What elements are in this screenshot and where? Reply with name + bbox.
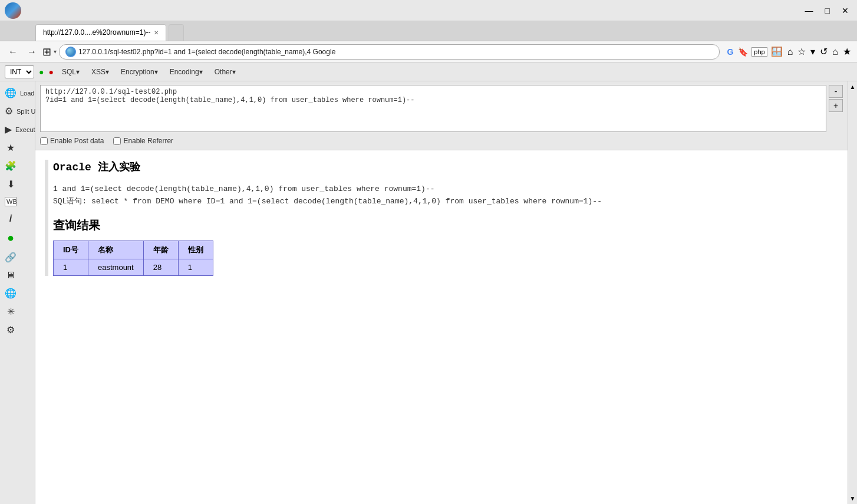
sidebar-info[interactable]: i bbox=[0, 210, 35, 228]
sidebar-settings[interactable]: ⚙ bbox=[0, 321, 35, 339]
star-sidebar-icon: ★ bbox=[5, 142, 17, 153]
result-table: ID号名称年龄性别 1eastmount281 bbox=[53, 241, 213, 276]
wb-icon: WB bbox=[5, 197, 17, 206]
content-area: - + Enable Post data Enable Referrer bbox=[35, 81, 848, 504]
sun-icon: ✳ bbox=[5, 306, 17, 317]
left-accent bbox=[45, 160, 48, 276]
sidebar-wb[interactable]: WB bbox=[0, 193, 35, 210]
other-menu[interactable]: Other▾ bbox=[211, 67, 239, 77]
settings-icon: ⚙ bbox=[5, 324, 17, 335]
php-icon[interactable]: php bbox=[751, 47, 767, 57]
page-content: Oracle 注入实验 1 and 1=(select decode(lengt… bbox=[35, 150, 848, 504]
table-header-cell: 性别 bbox=[178, 241, 213, 259]
scroll-up-arrow[interactable]: ▲ bbox=[850, 84, 856, 90]
int-select[interactable]: INT bbox=[5, 65, 34, 78]
sidebar-chain[interactable]: 🔗 bbox=[0, 248, 35, 266]
google-icon[interactable]: G bbox=[726, 46, 734, 58]
toolbar-icon-1[interactable]: 🔖 bbox=[737, 46, 749, 58]
table-header-row: ID号名称年龄性别 bbox=[54, 241, 213, 259]
tab-close-button[interactable]: ✕ bbox=[154, 29, 159, 36]
title-bar-left bbox=[5, 2, 21, 19]
sidebar-puzzle[interactable]: 🧩 bbox=[0, 157, 35, 175]
checkbox-row: Enable Post data Enable Referrer bbox=[40, 136, 843, 146]
table-cell: 1 bbox=[178, 259, 213, 275]
table-header-cell: ID号 bbox=[54, 241, 88, 259]
globe2-icon: 🌐 bbox=[5, 288, 17, 299]
windows-icon[interactable]: 🪟 bbox=[770, 45, 784, 58]
load-url-icon: 🌐 bbox=[5, 87, 17, 98]
url-textarea[interactable] bbox=[40, 85, 826, 132]
enable-post-label[interactable]: Enable Post data bbox=[40, 137, 104, 145]
execute-item[interactable]: ▶ Execute bbox=[0, 120, 35, 139]
sidebar-star[interactable]: ★ bbox=[0, 139, 35, 157]
tab-area: http://127.0.0....e%20rownum=1)-- ✕ bbox=[0, 21, 857, 41]
sql-query-text: SQL语句: select * from DEMO where ID=1 and… bbox=[53, 196, 838, 208]
toolbar-icons: G 🔖 php 🪟 ⌂ ☆ ▾ ↺ ⌂ ★ bbox=[726, 45, 852, 58]
chain-icon: 🔗 bbox=[5, 252, 17, 263]
url-side-buttons: - + bbox=[829, 85, 843, 132]
xss-menu[interactable]: XSS▾ bbox=[88, 67, 113, 77]
address-text: 127.0.0.1/sql-test02.php?id=1 and 1=(sel… bbox=[78, 48, 713, 56]
new-tab[interactable] bbox=[169, 24, 184, 41]
home-icon[interactable]: ⌂ bbox=[831, 45, 839, 58]
table-header: ID号名称年龄性别 bbox=[54, 241, 213, 259]
sidebar-sun[interactable]: ✳ bbox=[0, 302, 35, 321]
table-cell: eastmount bbox=[88, 259, 144, 275]
sql-menu[interactable]: SQL▾ bbox=[58, 67, 83, 77]
scroll-down-arrow[interactable]: ▼ bbox=[850, 495, 856, 502]
url-plus-button[interactable]: + bbox=[829, 99, 843, 112]
title-controls: — □ ✕ bbox=[802, 5, 852, 17]
red-indicator: ● bbox=[48, 67, 53, 77]
address-bar[interactable]: 127.0.0.1/sql-test02.php?id=1 and 1=(sel… bbox=[59, 44, 720, 60]
enable-referrer-label[interactable]: Enable Referrer bbox=[113, 137, 173, 145]
down-arrow-icon: ⬇ bbox=[5, 179, 17, 190]
forward-button[interactable]: → bbox=[24, 44, 40, 60]
enable-referrer-checkbox[interactable] bbox=[113, 137, 121, 145]
bookmark-icon[interactable]: ★ bbox=[842, 45, 852, 58]
page-title: Oracle 注入实验 bbox=[53, 160, 838, 174]
encoding-menu[interactable]: Encoding▾ bbox=[166, 67, 206, 77]
green-indicator: ● bbox=[39, 67, 44, 77]
refresh-icon[interactable]: ↺ bbox=[819, 45, 829, 58]
back-button[interactable]: ← bbox=[5, 44, 21, 60]
close-button[interactable]: ✕ bbox=[838, 5, 852, 17]
nav-grid-button[interactable]: ⊞ ▾ bbox=[42, 45, 57, 58]
enable-referrer-text: Enable Referrer bbox=[123, 137, 173, 145]
sidebar: 🌐 Load URL ⚙ Split URL ▶ Execute ★ 🧩 ⬇ W… bbox=[0, 81, 35, 504]
split-url-icon: ⚙ bbox=[5, 106, 13, 117]
minimize-button[interactable]: — bbox=[802, 5, 817, 17]
puzzle-icon: 🧩 bbox=[5, 160, 17, 172]
monitor-icon: 🖥 bbox=[5, 270, 17, 281]
nav-bar: ← → ⊞ ▾ 127.0.0.1/sql-test02.php?id=1 an… bbox=[0, 41, 857, 62]
title-bar: — □ ✕ bbox=[0, 0, 857, 21]
execute-icon: ▶ bbox=[5, 124, 12, 135]
tab-label: http://127.0.0....e%20rownum=1)-- bbox=[43, 28, 150, 37]
sidebar-globe2[interactable]: 🌐 bbox=[0, 284, 35, 302]
browser-logo bbox=[5, 2, 21, 19]
table-cell: 1 bbox=[54, 259, 88, 275]
url-minus-button[interactable]: - bbox=[829, 85, 843, 98]
split-url-item[interactable]: ⚙ Split URL bbox=[0, 102, 35, 120]
right-scrollbar[interactable]: ▲ ▼ bbox=[848, 81, 857, 504]
encryption-menu[interactable]: Encryption▾ bbox=[117, 67, 161, 77]
sidebar-monitor[interactable]: 🖥 bbox=[0, 266, 35, 284]
info-icon: i bbox=[5, 213, 17, 224]
load-url-item[interactable]: 🌐 Load URL bbox=[0, 84, 35, 102]
sql-info: 1 and 1=(select decode(length(table_name… bbox=[53, 183, 838, 208]
table-header-cell: 名称 bbox=[88, 241, 144, 259]
home-icon2[interactable]: ⌂ bbox=[786, 45, 795, 58]
maximize-button[interactable]: □ bbox=[822, 5, 833, 17]
enable-post-checkbox[interactable] bbox=[40, 137, 48, 145]
sidebar-down-arrow[interactable]: ⬇ bbox=[0, 175, 35, 193]
star-down-icon[interactable]: ▾ bbox=[809, 45, 816, 58]
url-input-area: - + Enable Post data Enable Referrer bbox=[35, 81, 848, 150]
star-icon[interactable]: ☆ bbox=[796, 45, 807, 58]
globe-icon bbox=[65, 47, 76, 57]
table-cell: 28 bbox=[143, 259, 178, 275]
sql-param-text: 1 and 1=(select decode(length(table_name… bbox=[53, 183, 838, 196]
enable-post-text: Enable Post data bbox=[50, 137, 104, 145]
active-tab[interactable]: http://127.0.0....e%20rownum=1)-- ✕ bbox=[35, 24, 166, 41]
sidebar-green-circle[interactable]: ● bbox=[0, 228, 35, 248]
table-row: 1eastmount281 bbox=[54, 259, 213, 275]
main-layout: 🌐 Load URL ⚙ Split URL ▶ Execute ★ 🧩 ⬇ W… bbox=[0, 81, 857, 504]
